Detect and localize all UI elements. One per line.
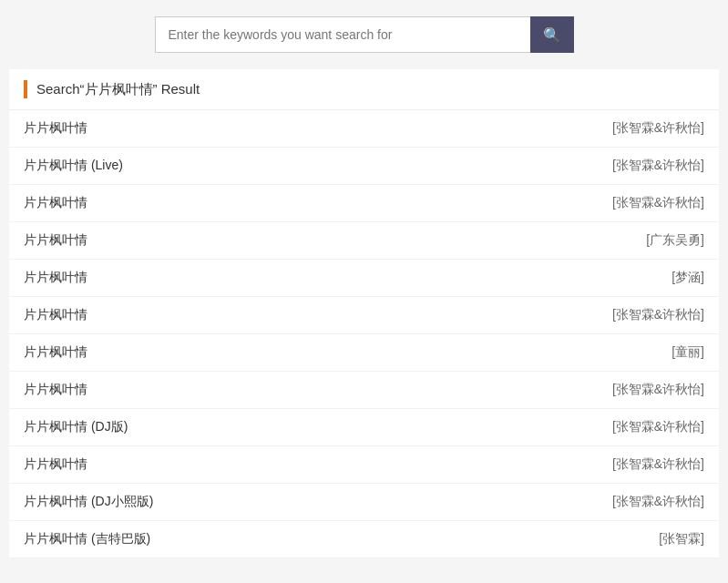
song-title: 片片枫叶情: [24, 344, 87, 361]
result-item[interactable]: 片片枫叶情[张智霖&许秋怡]: [9, 185, 719, 222]
song-artist: [张智霖&许秋怡]: [612, 120, 704, 137]
search-button[interactable]: 🔍: [530, 16, 574, 53]
main-content: Search“片片枫叶情” Result 片片枫叶情[张智霖&许秋怡]片片枫叶情…: [9, 69, 719, 558]
song-artist: [张智霖&许秋怡]: [612, 456, 704, 473]
search-input[interactable]: [155, 16, 530, 53]
result-item[interactable]: 片片枫叶情 (Live)[张智霖&许秋怡]: [9, 148, 719, 185]
result-header: Search“片片枫叶情” Result: [9, 69, 719, 110]
song-title: 片片枫叶情: [24, 382, 87, 398]
song-title: 片片枫叶情: [24, 120, 87, 137]
result-item[interactable]: 片片枫叶情[梦涵]: [9, 260, 719, 297]
song-artist: [张智霖&许秋怡]: [612, 307, 704, 323]
song-title: 片片枫叶情 (DJ小熙版): [24, 494, 153, 510]
song-artist: [张智霖]: [659, 531, 704, 547]
result-list: 片片枫叶情[张智霖&许秋怡]片片枫叶情 (Live)[张智霖&许秋怡]片片枫叶情…: [9, 110, 719, 558]
search-bar: 🔍: [155, 16, 574, 53]
song-artist: [张智霖&许秋怡]: [612, 382, 704, 398]
result-item[interactable]: 片片枫叶情[张智霖&许秋怡]: [9, 446, 719, 484]
song-artist: [张智霖&许秋怡]: [612, 158, 704, 174]
header: 🔍: [0, 0, 728, 69]
song-title: 片片枫叶情: [24, 195, 87, 211]
song-title: 片片枫叶情 (吉特巴版): [24, 531, 150, 547]
result-item[interactable]: 片片枫叶情[张智霖&许秋怡]: [9, 372, 719, 409]
song-artist: [张智霖&许秋怡]: [612, 494, 704, 510]
result-item[interactable]: 片片枫叶情[童丽]: [9, 334, 719, 372]
result-item[interactable]: 片片枫叶情 (DJ版)[张智霖&许秋怡]: [9, 409, 719, 446]
result-item[interactable]: 片片枫叶情[张智霖&许秋怡]: [9, 110, 719, 148]
song-artist: [张智霖&许秋怡]: [612, 419, 704, 435]
song-title: 片片枫叶情: [24, 307, 87, 323]
result-item[interactable]: 片片枫叶情 (吉特巴版)[张智霖]: [9, 521, 719, 558]
song-title: 片片枫叶情: [24, 270, 87, 286]
result-item[interactable]: 片片枫叶情[张智霖&许秋怡]: [9, 297, 719, 334]
result-header-bar: [24, 80, 27, 98]
song-artist: [梦涵]: [672, 270, 704, 286]
song-title: 片片枫叶情: [24, 456, 87, 473]
result-item[interactable]: 片片枫叶情 (DJ小熙版)[张智霖&许秋怡]: [9, 484, 719, 521]
song-artist: [童丽]: [672, 344, 704, 361]
song-artist: [张智霖&许秋怡]: [612, 195, 704, 211]
song-title: 片片枫叶情: [24, 232, 87, 249]
search-icon: 🔍: [543, 26, 561, 44]
song-title: 片片枫叶情 (DJ版): [24, 419, 128, 435]
result-header-text: Search“片片枫叶情” Result: [36, 81, 200, 98]
song-title: 片片枫叶情 (Live): [24, 158, 123, 174]
result-item[interactable]: 片片枫叶情[广东吴勇]: [9, 222, 719, 260]
song-artist: [广东吴勇]: [646, 232, 704, 249]
